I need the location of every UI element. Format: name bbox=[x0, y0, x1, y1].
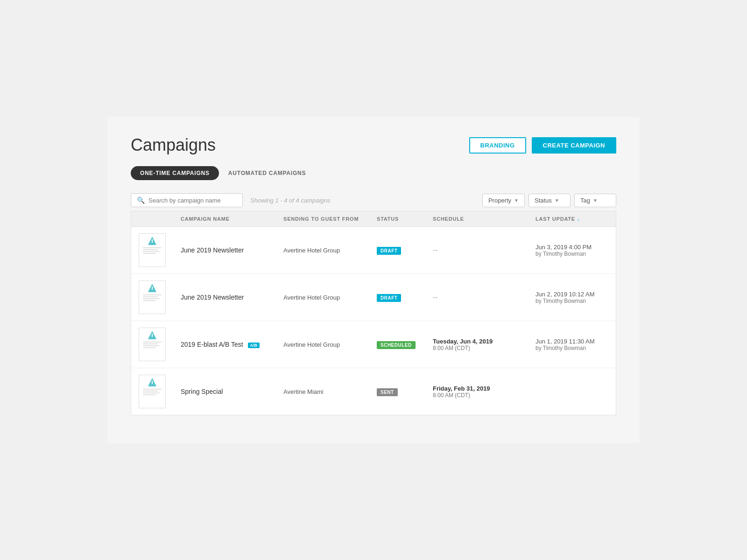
sending-from: Avertine Hotel Group bbox=[283, 341, 377, 348]
search-input[interactable] bbox=[148, 197, 237, 204]
property-filter-dropdown[interactable]: Property ▼ bbox=[482, 194, 525, 207]
thumbnail-logo-icon bbox=[147, 377, 157, 387]
col-header-last-update[interactable]: LAST UPDATE ↓ bbox=[536, 216, 620, 222]
header-row: Campaigns BRANDING CREATE CAMPAIGN bbox=[131, 135, 616, 155]
last-update-by: by Timothy Bowman bbox=[536, 345, 620, 351]
col-header-campaign-name: CAMPAIGN NAME bbox=[181, 216, 283, 222]
last-update-cell: Jun 1, 2019 11:30 AM by Timothy Bowman bbox=[536, 338, 620, 351]
schedule-day: Friday, Feb 31, 2019 bbox=[433, 385, 536, 392]
campaign-name-cell: Spring Special bbox=[181, 388, 283, 395]
status-cell: DRAFT bbox=[377, 246, 433, 255]
sort-icon: ↓ bbox=[577, 216, 580, 222]
last-update-by: by Timothy Bowman bbox=[536, 298, 620, 304]
tab-one-time-campaigns[interactable]: ONE-TIME CAMPAIGNS bbox=[131, 166, 219, 180]
col-header-status: STATUS bbox=[377, 216, 433, 222]
table-header: CAMPAIGN NAME SENDING TO GUEST FROM STAT… bbox=[131, 211, 616, 227]
sending-from: Avertine Hotel Group bbox=[283, 294, 377, 301]
branding-button[interactable]: BRANDING bbox=[469, 137, 526, 154]
status-dropdown-arrow: ▼ bbox=[555, 198, 559, 203]
thumbnail-logo-icon bbox=[147, 283, 157, 293]
campaign-name: Spring Special bbox=[181, 388, 283, 395]
campaign-name: 2019 E-blast A/B Test A/B bbox=[181, 341, 283, 348]
search-icon: 🔍 bbox=[137, 196, 145, 204]
campaign-thumbnail bbox=[139, 280, 181, 314]
last-update-by: by Timothy Bowman bbox=[536, 251, 620, 257]
schedule-cell: -- bbox=[433, 246, 536, 254]
campaign-name-cell: June 2019 Newsletter bbox=[181, 246, 283, 254]
campaigns-table: CAMPAIGN NAME SENDING TO GUEST FROM STAT… bbox=[131, 211, 616, 415]
last-update-date: Jun 3, 2019 4:00 PM bbox=[536, 244, 620, 251]
table-row[interactable]: Spring Special Avertine Miami SENT Frida… bbox=[131, 368, 616, 415]
schedule-cell: Tuesday, Jun 4, 2019 8:00 AM (CDT) bbox=[433, 338, 536, 351]
last-update-cell: Jun 2, 2019 10:12 AM by Timothy Bowman bbox=[536, 291, 620, 304]
last-update-date: Jun 1, 2019 11:30 AM bbox=[536, 338, 620, 345]
table-row[interactable]: 2019 E-blast A/B Test A/B Avertine Hotel… bbox=[131, 321, 616, 368]
ab-test-badge: A/B bbox=[248, 343, 260, 348]
create-campaign-button[interactable]: CREATE CAMPAIGN bbox=[532, 137, 616, 154]
schedule-day: Tuesday, Jun 4, 2019 bbox=[433, 338, 536, 345]
col-header-thumbnail bbox=[139, 216, 181, 222]
thumbnail-logo-icon bbox=[147, 236, 157, 246]
table-row[interactable]: June 2019 Newsletter Avertine Hotel Grou… bbox=[131, 274, 616, 321]
header-buttons: BRANDING CREATE CAMPAIGN bbox=[469, 137, 616, 154]
showing-text: Showing 1 - 4 of 4 campaigns bbox=[250, 197, 475, 204]
campaign-name-cell: 2019 E-blast A/B Test A/B bbox=[181, 341, 283, 348]
status-badge: SCHEDULED bbox=[377, 341, 416, 349]
status-filter-label: Status bbox=[535, 197, 552, 204]
status-cell: SCHEDULED bbox=[377, 340, 433, 349]
campaign-name-cell: June 2019 Newsletter bbox=[181, 294, 283, 301]
campaign-thumbnail bbox=[139, 233, 181, 267]
status-badge: DRAFT bbox=[377, 294, 401, 302]
status-cell: DRAFT bbox=[377, 293, 433, 302]
schedule-time: 8:00 AM (CDT) bbox=[433, 345, 536, 351]
filters-row: 🔍 Showing 1 - 4 of 4 campaigns Property … bbox=[131, 193, 616, 207]
search-box: 🔍 bbox=[131, 193, 243, 207]
campaign-thumbnail bbox=[139, 375, 181, 408]
property-dropdown-arrow: ▼ bbox=[514, 198, 519, 203]
tag-dropdown-arrow: ▼ bbox=[593, 198, 598, 203]
status-cell: SENT bbox=[377, 387, 433, 396]
campaign-name: June 2019 Newsletter bbox=[181, 246, 283, 254]
schedule-cell: Friday, Feb 31, 2019 8:00 AM (CDT) bbox=[433, 385, 536, 399]
schedule-time: 8:00 AM (CDT) bbox=[433, 392, 536, 399]
property-filter-label: Property bbox=[488, 197, 511, 204]
status-filter-dropdown[interactable]: Status ▼ bbox=[529, 194, 571, 207]
col-header-schedule: SCHEDULE bbox=[433, 216, 536, 222]
last-update-date: Jun 2, 2019 10:12 AM bbox=[536, 291, 620, 298]
tag-filter-dropdown[interactable]: Tag ▼ bbox=[574, 194, 616, 207]
sending-from: Avertine Hotel Group bbox=[283, 247, 377, 254]
page-title: Campaigns bbox=[131, 135, 216, 155]
last-update-cell: Jun 3, 2019 4:00 PM by Timothy Bowman bbox=[536, 244, 620, 257]
tabs-row: ONE-TIME CAMPAIGNS AUTOMATED CAMPAIGNS bbox=[131, 166, 616, 180]
tab-automated-campaigns[interactable]: AUTOMATED CAMPAIGNS bbox=[219, 166, 316, 180]
campaign-name: June 2019 Newsletter bbox=[181, 294, 283, 301]
status-badge: DRAFT bbox=[377, 247, 401, 255]
thumbnail-logo-icon bbox=[147, 330, 157, 340]
page-container: Campaigns BRANDING CREATE CAMPAIGN ONE-T… bbox=[107, 117, 640, 443]
table-row[interactable]: June 2019 Newsletter Avertine Hotel Grou… bbox=[131, 227, 616, 274]
campaign-thumbnail bbox=[139, 328, 181, 361]
sending-from: Avertine Miami bbox=[283, 388, 377, 395]
filter-dropdowns: Property ▼ Status ▼ Tag ▼ bbox=[482, 194, 616, 207]
tag-filter-label: Tag bbox=[580, 197, 590, 204]
col-header-sending-from: SENDING TO GUEST FROM bbox=[283, 216, 377, 222]
schedule-cell: -- bbox=[433, 293, 536, 301]
status-badge: SENT bbox=[377, 388, 398, 396]
